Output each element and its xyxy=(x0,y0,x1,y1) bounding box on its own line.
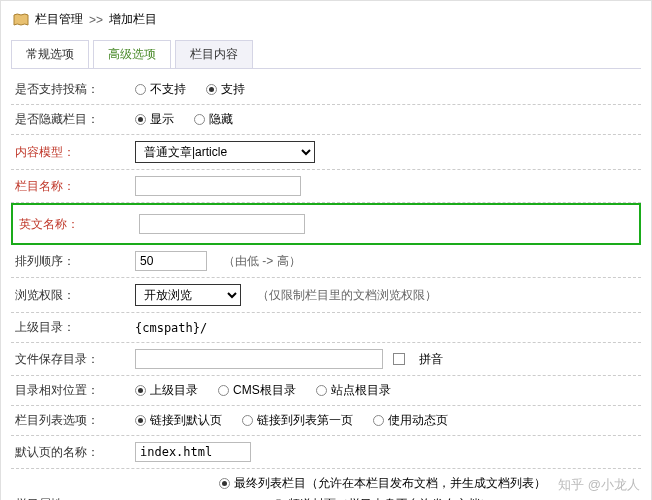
breadcrumb-page: 增加栏目 xyxy=(109,11,157,28)
radio-hidden-show[interactable]: 显示 xyxy=(135,111,174,128)
label-default-page: 默认页的名称： xyxy=(13,444,135,461)
input-ename[interactable] xyxy=(139,214,305,234)
label-model: 内容模型： xyxy=(13,144,135,161)
label-order: 排列顺序： xyxy=(13,253,135,270)
tab-general[interactable]: 常规选项 xyxy=(11,40,89,68)
label-support-submit: 是否支持投稿： xyxy=(13,81,135,98)
label-ename: 英文名称： xyxy=(17,216,139,233)
label-save-dir: 文件保存目录： xyxy=(13,351,135,368)
radio-rel-cms[interactable]: CMS根目录 xyxy=(218,382,296,399)
label-rel-pos: 目录相对位置： xyxy=(13,382,135,399)
radio-list-dynamic[interactable]: 使用动态页 xyxy=(373,412,448,429)
checkbox-pinyin[interactable] xyxy=(393,353,405,365)
label-browse: 浏览权限： xyxy=(13,287,135,304)
label-hidden: 是否隐藏栏目： xyxy=(13,111,135,128)
radio-hidden-hide[interactable]: 隐藏 xyxy=(194,111,233,128)
label-list-opt: 栏目列表选项： xyxy=(13,412,135,429)
value-parent: {cmspath}/ xyxy=(135,321,207,335)
label-attr: 栏目属性： xyxy=(13,496,135,500)
select-browse[interactable]: 开放浏览 xyxy=(135,284,241,306)
input-order[interactable] xyxy=(135,251,207,271)
label-pinyin: 拼音 xyxy=(419,351,443,368)
radio-rel-site[interactable]: 站点根目录 xyxy=(316,382,391,399)
radio-attr-list[interactable]: 最终列表栏目（允许在本栏目发布文档，并生成文档列表） xyxy=(219,475,546,492)
book-icon xyxy=(13,13,29,27)
radio-list-default[interactable]: 链接到默认页 xyxy=(135,412,222,429)
radio-rel-parent[interactable]: 上级目录 xyxy=(135,382,198,399)
input-name[interactable] xyxy=(135,176,301,196)
tab-content[interactable]: 栏目内容 xyxy=(175,40,253,68)
tab-advanced[interactable]: 高级选项 xyxy=(93,40,171,68)
breadcrumb-sep: >> xyxy=(89,13,103,27)
label-name: 栏目名称： xyxy=(13,178,135,195)
select-model[interactable]: 普通文章|article xyxy=(135,141,315,163)
radio-list-first[interactable]: 链接到列表第一页 xyxy=(242,412,353,429)
radio-attr-cover[interactable]: 频道封面（栏目本身不允许发布文档） xyxy=(273,496,492,500)
hint-order: （由低 -> 高） xyxy=(223,253,301,270)
radio-support-yes[interactable]: 支持 xyxy=(206,81,245,98)
input-default-page[interactable] xyxy=(135,442,251,462)
watermark: 知乎 @小龙人 xyxy=(558,476,640,494)
input-save-dir[interactable] xyxy=(135,349,383,369)
radio-support-no[interactable]: 不支持 xyxy=(135,81,186,98)
label-parent: 上级目录： xyxy=(13,319,135,336)
highlighted-row: 英文名称： xyxy=(11,203,641,245)
breadcrumb-section[interactable]: 栏目管理 xyxy=(35,11,83,28)
hint-browse: （仅限制栏目里的文档浏览权限） xyxy=(257,287,437,304)
